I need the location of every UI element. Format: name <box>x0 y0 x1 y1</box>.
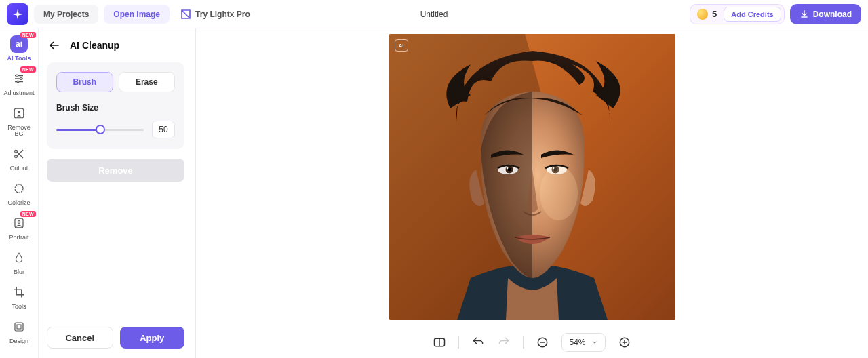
download-icon <box>800 9 809 19</box>
scissors-icon <box>13 148 25 160</box>
apply-button[interactable]: Apply <box>120 327 185 349</box>
ai-badge: AI <box>395 39 408 52</box>
separator <box>523 336 524 349</box>
rail-label: Design <box>9 338 28 344</box>
redo-button[interactable] <box>497 336 511 349</box>
rail-adjustment[interactable]: NEW Adjustment <box>3 67 35 98</box>
rail-label: AI Tools <box>7 56 31 62</box>
portrait-image <box>389 34 675 320</box>
document-title[interactable]: Untitled <box>420 9 448 19</box>
rail-label: Tools <box>12 304 26 310</box>
download-label: Download <box>813 9 852 19</box>
crop-icon <box>13 286 25 298</box>
ai-icon: ai <box>16 39 22 49</box>
rail-ai-tools[interactable]: NEW ai AI Tools <box>3 33 35 63</box>
svg-point-4 <box>18 111 20 113</box>
left-rail: NEW ai AI Tools NEW Adjustment Remove BG… <box>0 28 39 358</box>
rail-label: Cutout <box>10 165 28 172</box>
rail-label: Blur <box>14 269 24 275</box>
svg-point-9 <box>18 221 20 224</box>
canvas-area: AI <box>196 28 868 358</box>
brush-size-value[interactable]: 50 <box>152 121 175 138</box>
new-badge: NEW <box>20 211 36 217</box>
brush-mode-button[interactable]: Brush <box>56 72 113 92</box>
svg-point-0 <box>16 75 18 77</box>
svg-point-2 <box>17 81 19 83</box>
separator <box>458 336 459 349</box>
rail-tools[interactable]: Tools <box>3 281 35 311</box>
zoom-select[interactable]: 54% <box>561 333 605 352</box>
zoom-in-button[interactable] <box>618 336 631 349</box>
svg-point-7 <box>15 184 23 193</box>
canvas-image[interactable]: AI <box>389 34 675 320</box>
try-pro-link[interactable]: Try Lightx Pro <box>180 9 250 20</box>
svg-rect-11 <box>17 325 21 329</box>
rail-blur[interactable]: Blur <box>3 246 35 277</box>
rail-label: Remove BG <box>3 125 35 137</box>
portrait-icon <box>13 217 25 229</box>
cancel-button[interactable]: Cancel <box>47 327 113 349</box>
blur-icon <box>13 252 25 264</box>
svg-point-21 <box>540 166 578 220</box>
back-button[interactable] <box>47 38 62 53</box>
compare-button[interactable] <box>433 336 446 349</box>
zoom-out-button[interactable] <box>536 336 549 349</box>
panel-title: AI Cleanup <box>70 40 119 51</box>
download-button[interactable]: Download <box>790 4 861 24</box>
my-projects-button[interactable]: My Projects <box>34 5 98 24</box>
svg-rect-10 <box>15 323 23 331</box>
arrow-left-icon <box>48 39 60 52</box>
erase-mode-button[interactable]: Erase <box>119 72 176 92</box>
brush-size-slider[interactable] <box>56 125 144 134</box>
bottom-toolbar: 54% <box>433 327 631 358</box>
credits-count: 5 <box>712 9 717 19</box>
sliders-icon <box>13 73 25 85</box>
colorize-icon <box>13 182 25 195</box>
undo-button[interactable] <box>471 336 485 349</box>
rail-remove-bg[interactable]: Remove BG <box>3 102 35 138</box>
add-credits-button[interactable]: Add Credits <box>724 7 781 22</box>
try-pro-label: Try Lightx Pro <box>195 9 250 19</box>
new-badge: NEW <box>20 32 36 38</box>
rail-label: Colorize <box>7 200 30 206</box>
app-logo[interactable] <box>7 3 28 25</box>
zoom-value: 54% <box>569 338 585 347</box>
rail-label: Adjustment <box>3 90 34 96</box>
pro-icon <box>180 9 191 20</box>
rail-cutout[interactable]: Cutout <box>3 142 35 173</box>
svg-point-16 <box>506 167 508 170</box>
remove-button[interactable]: Remove <box>47 159 184 182</box>
chevron-down-icon <box>591 339 598 346</box>
coin-icon <box>697 9 708 20</box>
new-badge: NEW <box>20 66 36 73</box>
svg-point-1 <box>20 78 22 80</box>
side-panel: AI Cleanup Brush Erase Brush Size 50 Rem… <box>39 28 196 358</box>
remove-bg-icon <box>13 107 25 119</box>
rail-design[interactable]: Design <box>3 315 35 346</box>
brush-size-label: Brush Size <box>56 103 175 113</box>
credits-pill: 5 Add Credits <box>690 4 785 24</box>
design-icon <box>13 321 25 333</box>
open-image-button[interactable]: Open Image <box>104 5 170 24</box>
rail-colorize[interactable]: Colorize <box>3 177 35 207</box>
rail-label: Portrait <box>9 235 28 241</box>
rail-portrait[interactable]: NEW Portrait <box>3 212 35 242</box>
